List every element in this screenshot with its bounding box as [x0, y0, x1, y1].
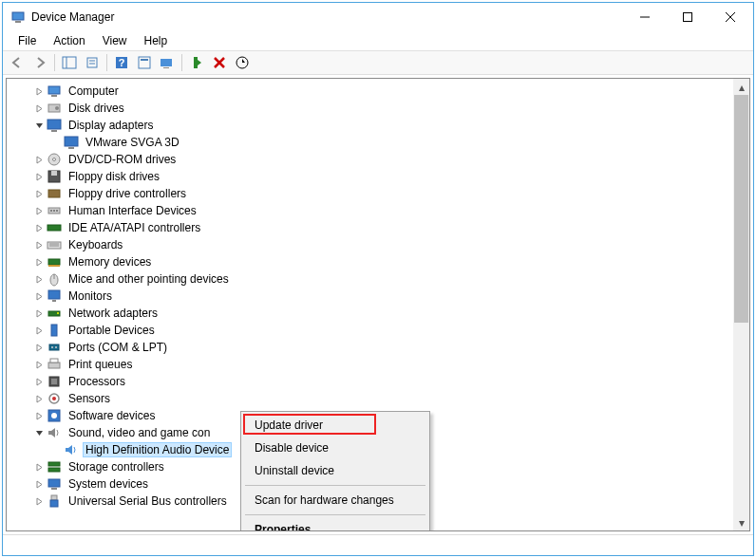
update-button[interactable]: [232, 52, 253, 73]
tree-node[interactable]: Memory devices: [14, 253, 749, 270]
tree-node-label: IDE ATA/ATAPI controllers: [66, 220, 203, 235]
ctx-scan-hardware[interactable]: Scan for hardware changes: [243, 489, 427, 512]
svg-rect-17: [194, 57, 198, 68]
scrollbar-vertical[interactable]: ▴ ▾: [733, 79, 749, 530]
memory-icon: [47, 254, 62, 270]
window-title: Device Manager: [31, 10, 114, 24]
tree-node[interactable]: Processors: [14, 373, 749, 390]
expander-icon[interactable]: [31, 275, 47, 284]
tree-node-label: Display adapters: [66, 118, 156, 133]
svg-rect-23: [48, 86, 60, 94]
tree-node[interactable]: DVD/CD-ROM drives: [14, 151, 749, 168]
tree-node-label: Ports (COM & LPT): [66, 340, 170, 355]
expander-icon[interactable]: [31, 87, 47, 96]
tree-node[interactable]: Disk drives: [14, 100, 749, 117]
expander-icon[interactable]: [31, 463, 47, 472]
menu-view[interactable]: View: [95, 32, 135, 49]
tree-node[interactable]: Portable Devices: [14, 322, 749, 339]
svg-rect-53: [49, 344, 59, 350]
expander-icon[interactable]: [31, 190, 47, 198]
expander-icon[interactable]: [31, 378, 47, 386]
svg-rect-52: [51, 325, 57, 336]
svg-rect-8: [87, 58, 97, 67]
tree-node[interactable]: Floppy disk drives: [14, 168, 749, 185]
expander-icon[interactable]: [31, 326, 47, 335]
scroll-up-arrow[interactable]: ▴: [733, 79, 749, 95]
maximize-button[interactable]: [666, 4, 709, 31]
expander-icon[interactable]: [31, 121, 47, 130]
expander-icon[interactable]: [31, 292, 47, 301]
help-button[interactable]: ?: [111, 52, 132, 73]
sound-icon: [47, 425, 62, 440]
expander-icon[interactable]: [31, 258, 47, 267]
forward-button[interactable]: [29, 52, 50, 73]
expander-icon[interactable]: [31, 224, 47, 232]
expander-icon[interactable]: [31, 309, 47, 318]
minimize-button[interactable]: [623, 4, 666, 31]
expander-icon[interactable]: [31, 361, 47, 369]
close-button[interactable]: [709, 4, 751, 31]
tree-node[interactable]: VMware SVGA 3D: [14, 134, 749, 151]
titlebar: Device Manager: [3, 3, 753, 31]
tree-node-label: DVD/CD-ROM drives: [66, 152, 179, 167]
tree-node[interactable]: Sensors: [14, 390, 749, 407]
display-icon: [64, 135, 79, 150]
action-button[interactable]: [134, 52, 155, 73]
tree-node[interactable]: Print queues: [14, 356, 749, 373]
menu-file[interactable]: File: [10, 32, 44, 49]
tree-node[interactable]: Network adapters: [14, 305, 749, 322]
tree-node[interactable]: Mice and other pointing devices: [14, 270, 749, 288]
svg-rect-35: [48, 190, 60, 197]
expander-icon[interactable]: [31, 480, 47, 489]
back-button[interactable]: [7, 52, 28, 73]
tree-node[interactable]: Keyboards: [14, 236, 749, 253]
tree-node-label: Software devices: [66, 408, 158, 423]
svg-point-51: [57, 312, 59, 314]
ctx-uninstall-device[interactable]: Uninstall device: [243, 459, 427, 482]
tree-node-label: Keyboards: [66, 237, 125, 252]
tree-node[interactable]: Human Interface Devices: [14, 202, 749, 219]
tree-node[interactable]: Floppy drive controllers: [14, 185, 749, 202]
properties-button[interactable]: [82, 52, 103, 73]
tree-node-label: Universal Serial Bus controllers: [66, 493, 230, 509]
svg-rect-57: [50, 359, 58, 363]
menu-help[interactable]: Help: [137, 32, 176, 49]
tree-node[interactable]: Monitors: [14, 288, 749, 305]
svg-marker-22: [242, 59, 245, 63]
svg-rect-44: [48, 259, 60, 265]
enable-button[interactable]: [186, 52, 207, 73]
svg-rect-6: [63, 57, 76, 68]
expander-icon[interactable]: [31, 207, 47, 215]
context-menu: Update driver Disable device Uninstall d…: [240, 411, 430, 531]
scan-hardware-button[interactable]: [157, 52, 178, 73]
uninstall-button[interactable]: [209, 52, 230, 73]
svg-point-55: [55, 346, 57, 348]
expander-icon[interactable]: [31, 429, 47, 437]
expander-icon[interactable]: [31, 241, 47, 250]
expander-icon[interactable]: [31, 344, 47, 352]
scroll-thumb[interactable]: [734, 95, 748, 323]
show-hide-tree-button[interactable]: [59, 52, 80, 73]
svg-rect-49: [52, 300, 56, 302]
expander-icon[interactable]: [31, 156, 47, 164]
expander-icon[interactable]: [31, 173, 47, 181]
tree-node[interactable]: Computer: [14, 83, 749, 100]
scroll-down-arrow[interactable]: ▾: [733, 514, 749, 530]
tree-node[interactable]: Display adapters: [14, 117, 749, 134]
svg-rect-69: [51, 488, 57, 490]
expander-icon[interactable]: [31, 497, 47, 506]
tree-node[interactable]: IDE ATA/ATAPI controllers: [14, 219, 749, 236]
svg-rect-1: [15, 21, 21, 23]
ctx-properties[interactable]: Properties: [243, 518, 427, 531]
menu-action[interactable]: Action: [46, 32, 92, 49]
tree-node-label: Sensors: [66, 391, 113, 406]
tree-node[interactable]: Ports (COM & LPT): [14, 339, 749, 356]
tree-node-label: Human Interface Devices: [66, 203, 199, 218]
expander-icon[interactable]: [31, 395, 47, 403]
tree-node-label: Monitors: [66, 288, 115, 304]
expander-icon[interactable]: [31, 104, 47, 113]
expander-icon[interactable]: [31, 412, 47, 420]
svg-point-26: [55, 106, 59, 110]
speaker-icon: [64, 442, 79, 457]
ctx-disable-device[interactable]: Disable device: [243, 437, 427, 459]
